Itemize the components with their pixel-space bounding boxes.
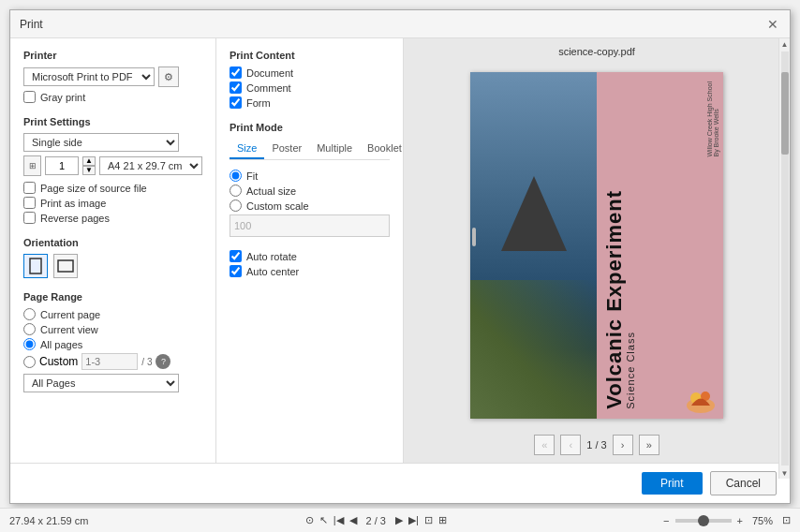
auto-center-label: Auto center (246, 266, 299, 277)
printer-settings-button[interactable]: ⚙ (158, 66, 179, 87)
statusbar: 27.94 x 21.59 cm ⊙ ↖ |◀ ◀ 2 / 3 ▶ ▶| ⊡ ⊞… (0, 508, 800, 532)
next-page-button[interactable]: › (613, 435, 633, 455)
cover-text: Volcanic Experiment Science Class (604, 190, 716, 409)
copies-spinner: ▲ ▼ (82, 156, 96, 175)
fit-window-button[interactable]: ⊡ (782, 514, 791, 526)
printer-select[interactable]: Microsoft Print to PDF (23, 67, 155, 86)
tool-icon-4[interactable]: ◀ (349, 514, 357, 526)
reverse-pages-checkbox[interactable] (23, 212, 36, 224)
preview-page: Willow Creek High SchoolBy Brooke Wells … (470, 72, 723, 419)
all-pages-row: All pages (23, 338, 202, 350)
print-as-image-checkbox[interactable] (23, 197, 36, 209)
zoom-thumb (698, 515, 709, 526)
science-class-text: Science Class (625, 190, 636, 409)
document-label: Document (246, 67, 293, 79)
svg-rect-1 (58, 260, 73, 272)
page-size-checkbox[interactable] (23, 182, 36, 194)
auto-rotate-checkbox[interactable] (230, 250, 242, 262)
tool-icon-3[interactable]: |◀ (333, 514, 344, 526)
tab-size[interactable]: Size (230, 139, 264, 159)
statusbar-page: 2 / 3 (366, 515, 386, 526)
zoom-level: 75% (752, 515, 773, 526)
custom-range-input[interactable] (81, 353, 138, 370)
scroll-down-button[interactable]: ▼ (779, 467, 791, 479)
tab-booklet[interactable]: Booklet (360, 139, 404, 159)
scrollbar[interactable]: ▲ ▼ (778, 38, 790, 479)
auto-rotate-label: Auto rotate (246, 251, 297, 262)
auto-rotate-row: Auto rotate (230, 250, 390, 262)
last-page-button[interactable]: » (639, 435, 659, 455)
actual-size-radio[interactable] (230, 185, 242, 197)
preview-filename: science-copy.pdf (558, 46, 635, 57)
first-page-button[interactable]: « (534, 435, 555, 455)
print-content-title: Print Content (230, 50, 390, 61)
first-page-icon: « (541, 439, 547, 451)
statusbar-right: − + 75% ⊡ (663, 514, 791, 526)
all-pages-radio[interactable] (23, 338, 36, 350)
custom-row: Custom / 3 ? (23, 353, 202, 370)
scroll-thumb[interactable] (781, 72, 789, 155)
print-settings-title: Print Settings (23, 116, 202, 127)
comment-checkbox[interactable] (230, 81, 242, 94)
scroll-up-button[interactable]: ▲ (779, 38, 791, 50)
copies-up-button[interactable]: ▲ (82, 156, 96, 166)
side-select[interactable]: Single side (23, 133, 179, 152)
portrait-button[interactable] (23, 254, 48, 278)
tool-icon-7[interactable]: ⊡ (424, 514, 433, 526)
tool-icon-6[interactable]: ▶| (408, 514, 419, 526)
auto-center-row: Auto center (230, 265, 390, 277)
tool-icon-1[interactable]: ⊙ (305, 514, 314, 526)
form-checkbox[interactable] (230, 96, 242, 109)
form-row: Form (230, 96, 390, 109)
page-size-label: Page size of source file (40, 183, 147, 194)
statusbar-center: ⊙ ↖ |◀ ◀ 2 / 3 ▶ ▶| ⊡ ⊞ (305, 514, 447, 526)
dimensions-text: 27.94 x 21.59 cm (9, 515, 88, 526)
dialog-title: Print (20, 18, 43, 31)
zoom-slider[interactable] (675, 519, 732, 523)
tool-icon-8[interactable]: ⊞ (438, 514, 447, 526)
scroll-track (781, 52, 789, 466)
side-select-row: Single side (23, 133, 202, 152)
copies-icon: ⊞ (23, 155, 41, 176)
tool-icon-2[interactable]: ↖ (319, 514, 328, 526)
landscape-button[interactable] (53, 254, 78, 278)
fit-row: Fit (230, 170, 390, 182)
paper-select[interactable]: A4 21 x 29.7 cm (99, 156, 202, 175)
custom-info-icon[interactable]: ? (156, 354, 170, 369)
dialog-titlebar: Print ✕ (10, 10, 790, 38)
fit-radio[interactable] (230, 170, 242, 182)
print-content-section: Print Content Document Comment Form (230, 50, 390, 109)
copies-down-button[interactable]: ▼ (82, 166, 96, 175)
actual-size-label: Actual size (246, 185, 296, 197)
zoom-in-button[interactable]: + (737, 515, 743, 526)
gray-print-label: Gray print (40, 92, 85, 103)
statusbar-left: 27.94 x 21.59 cm (9, 515, 88, 526)
custom-radio[interactable] (23, 356, 36, 368)
illustration (682, 377, 719, 415)
orientation-row (23, 254, 202, 278)
gray-print-checkbox[interactable] (23, 91, 36, 103)
tab-poster[interactable]: Poster (264, 139, 309, 159)
current-view-radio[interactable] (23, 323, 36, 335)
gear-icon: ⚙ (164, 71, 173, 83)
prev-page-button[interactable]: ‹ (560, 435, 581, 455)
middle-panel: Print Content Document Comment Form Prin… (216, 38, 404, 463)
all-pages-select[interactable]: All Pages (23, 374, 179, 392)
tool-icon-5[interactable]: ▶ (395, 514, 403, 526)
close-button[interactable]: ✕ (765, 17, 780, 32)
svg-rect-0 (30, 259, 41, 273)
cancel-button[interactable]: Cancel (710, 471, 777, 495)
document-row: Document (230, 66, 390, 79)
zoom-out-button[interactable]: − (663, 515, 669, 526)
document-checkbox[interactable] (230, 66, 242, 79)
copies-input[interactable] (45, 156, 79, 175)
last-page-icon: » (646, 439, 652, 451)
custom-slash: / 3 (141, 357, 152, 367)
current-page-label: Current page (40, 309, 100, 320)
current-page-radio[interactable] (23, 308, 36, 320)
custom-scale-radio[interactable] (230, 200, 242, 212)
tab-multiple[interactable]: Multiple (309, 139, 360, 159)
print-button[interactable]: Print (642, 472, 703, 495)
auto-center-checkbox[interactable] (230, 265, 242, 277)
preview-navigation: « ‹ 1 / 3 › » (534, 435, 659, 455)
